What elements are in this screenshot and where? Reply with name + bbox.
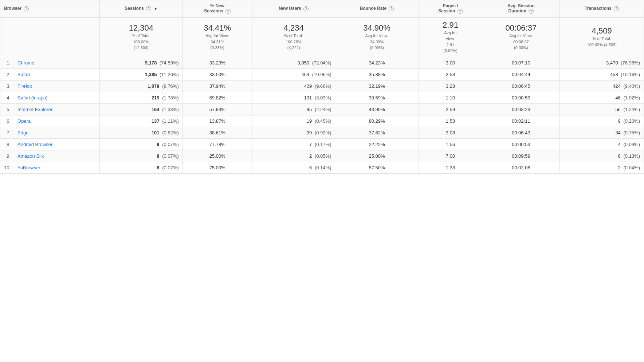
sessions-column-header[interactable]: Sessions ? ▼	[100, 0, 183, 17]
pct-new-sessions-value: 37.94%	[182, 80, 252, 92]
new-users-pct: (0.45%)	[315, 118, 331, 124]
row-number: 3.	[0, 80, 13, 92]
browser-name[interactable]: Internet Explorer	[13, 103, 100, 115]
avg-session-help-icon[interactable]: ?	[529, 9, 534, 14]
new-users-pct: (72.04%)	[312, 60, 331, 66]
sessions-number: 8	[157, 165, 159, 170]
browser-name[interactable]: Android Browser	[13, 138, 100, 150]
browser-help-icon[interactable]: ?	[24, 6, 29, 11]
sessions-pct: (0.07%)	[162, 153, 179, 159]
new-users-value: 7 (0.17%)	[252, 138, 335, 150]
row-number: 2.	[0, 68, 13, 80]
browser-name[interactable]: Amazon Silk	[13, 150, 100, 162]
transactions-pct: (76.96%)	[621, 60, 640, 66]
sessions-value: 1,385 (11.26%)	[100, 68, 183, 80]
browser-link[interactable]: Safari	[17, 72, 30, 77]
browser-link[interactable]: Android Browser	[17, 142, 52, 147]
new-users-number: 131	[304, 95, 312, 101]
transactions-pct: (9.40%)	[623, 83, 640, 89]
bounce-rate-column-header: Bounce Rate ?	[335, 0, 419, 17]
browser-link[interactable]: Firefox	[17, 83, 32, 89]
new-users-number: 7	[309, 142, 312, 147]
browser-link[interactable]: Edge	[17, 130, 28, 135]
pages-session-help-icon[interactable]: ?	[458, 9, 463, 14]
new-users-pct: (3.09%)	[315, 95, 331, 101]
row-number: 6.	[0, 115, 13, 127]
browser-analytics-table: Browser ? Sessions ? ▼ % NewSessions ? N…	[0, 0, 644, 174]
new-users-number: 464	[301, 72, 309, 77]
new-users-number: 3,050	[298, 60, 310, 66]
browser-name[interactable]: Safari	[13, 68, 100, 80]
bounce-rate-value: 80.29%	[335, 115, 419, 127]
pages-session-value: 2.59	[419, 103, 482, 115]
totals-new-users-cell: 4,234 % of Total:100.28%(4,222)	[252, 17, 335, 57]
sessions-value: 9,178 (74.59%)	[100, 57, 183, 68]
browser-name[interactable]: Firefox	[13, 80, 100, 92]
sessions-value: 8 (0.07%)	[100, 162, 183, 173]
table-row: 7.Edge101 (0.82%)38.61%39 (0.92%)37.62%3…	[0, 127, 644, 138]
pages-session-value: 2.53	[419, 68, 482, 80]
pct-new-sessions-value: 25.00%	[182, 150, 252, 162]
totals-bounce-rate-value: 34.90%	[339, 23, 415, 33]
browser-link[interactable]: Opera	[17, 118, 31, 124]
browser-link[interactable]: Amazon Silk	[17, 153, 44, 159]
bounce-rate-value: 43.90%	[335, 103, 419, 115]
avg-session-value: 00:00:59	[482, 92, 560, 103]
pct-new-sessions-value: 33.50%	[182, 68, 252, 80]
pct-new-sessions-value: 57.93%	[182, 103, 252, 115]
totals-sessions-sub: % of Total:100.00%(12,304)	[103, 33, 179, 51]
browser-name[interactable]: YaBrowser	[13, 162, 100, 173]
bounce-rate-value: 30.59%	[335, 92, 419, 103]
browser-name[interactable]: Opera	[13, 115, 100, 127]
sessions-pct: (0.07%)	[162, 165, 179, 170]
sessions-help-icon[interactable]: ?	[146, 6, 151, 11]
new-users-label: New Users	[279, 6, 301, 11]
sessions-number: 137	[152, 118, 160, 124]
new-users-pct: (0.14%)	[315, 165, 331, 170]
totals-avg-session-value: 00:06:37	[486, 23, 556, 33]
transactions-number: 6	[618, 153, 621, 159]
sessions-number: 101	[152, 130, 160, 135]
sessions-number: 164	[152, 107, 160, 112]
transactions-number: 9	[618, 118, 621, 124]
transactions-help-icon[interactable]: ?	[614, 6, 619, 11]
browser-link[interactable]: Safari (in-app)	[17, 95, 47, 101]
table-row: 1.Chrome9,178 (74.59%)33.23%3,050 (72.04…	[0, 57, 644, 68]
browser-name[interactable]: Edge	[13, 127, 100, 138]
transactions-number: 4	[618, 142, 621, 147]
sessions-sort-icon[interactable]: ▼	[154, 7, 158, 11]
pages-session-value: 1.38	[419, 162, 482, 173]
transactions-pct: (0.09%)	[623, 142, 640, 147]
sessions-pct: (1.11%)	[162, 118, 179, 124]
browser-link[interactable]: YaBrowser	[17, 165, 40, 170]
pages-session-value: 1.56	[419, 138, 482, 150]
avg-session-value: 00:03:23	[482, 103, 560, 115]
pct-new-sessions-help-icon[interactable]: ?	[225, 9, 231, 14]
sessions-pct: (11.26%)	[160, 72, 179, 77]
browser-link[interactable]: Internet Explorer	[17, 107, 52, 112]
pct-new-sessions-value: 13.87%	[182, 115, 252, 127]
sessions-pct: (1.33%)	[162, 107, 179, 112]
table-row: 2.Safari1,385 (11.26%)33.50%464 (10.96%)…	[0, 68, 644, 80]
browser-link[interactable]: Chrome	[17, 60, 34, 66]
sessions-number: 9	[157, 142, 159, 147]
bounce-rate-label: Bounce Rate	[360, 6, 386, 11]
totals-pct-new-sessions-value: 34.41%	[186, 23, 248, 33]
sessions-value: 219 (1.78%)	[100, 92, 183, 103]
sessions-number: 9,178	[145, 60, 157, 66]
totals-new-users-value: 4,234	[256, 23, 331, 33]
bounce-rate-value: 37.62%	[335, 127, 419, 138]
transactions-value: 56 (1.24%)	[560, 103, 644, 115]
new-users-value: 464 (10.96%)	[252, 68, 335, 80]
bounce-rate-help-icon[interactable]: ?	[389, 6, 394, 11]
pct-new-sessions-value: 77.78%	[182, 138, 252, 150]
totals-bounce-rate-sub: Avg for View:34.90%(0.00%)	[339, 33, 415, 51]
browser-name[interactable]: Chrome	[13, 57, 100, 68]
new-users-help-icon[interactable]: ?	[303, 6, 309, 11]
row-number: 5.	[0, 103, 13, 115]
new-users-number: 39	[307, 130, 312, 135]
sessions-number: 219	[152, 95, 160, 101]
totals-row: 12,304 % of Total:100.00%(12,304) 34.41%…	[0, 17, 644, 57]
browser-name[interactable]: Safari (in-app)	[13, 92, 100, 103]
bounce-rate-value: 32.19%	[335, 80, 419, 92]
